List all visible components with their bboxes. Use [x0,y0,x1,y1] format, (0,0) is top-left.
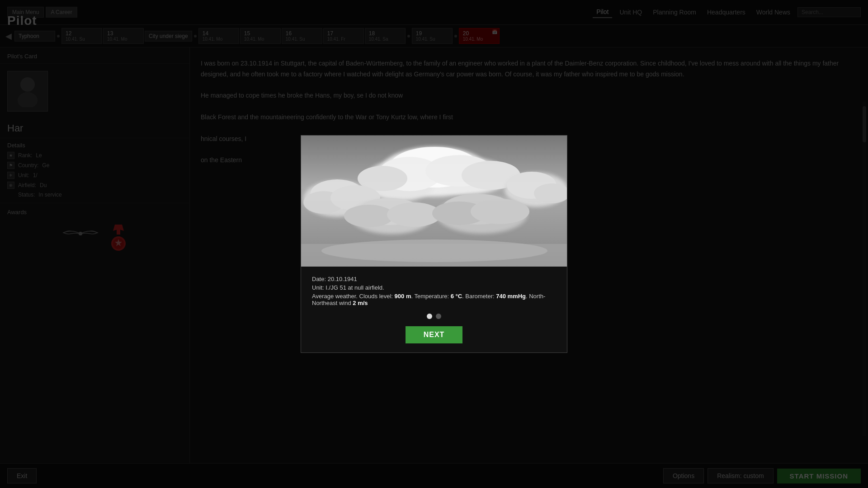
next-button[interactable]: NEXT [406,326,463,343]
date-value: 20.10.1941 [328,276,357,282]
date-label: Date: [312,276,326,282]
modal-pagination [312,314,556,319]
weather-modal: Date: 20.10.1941 Unit: I./JG 51 at null … [301,135,567,353]
temp-value: 6 °C [451,293,462,300]
wind-value: 2 m/s [353,300,368,306]
sky-svg [301,136,567,267]
unit-value: I./JG 51 at null airfield. [326,284,384,291]
clouds-value: 900 m [395,293,411,300]
baro-value: 740 mmHg [496,293,526,300]
unit-label: Unit: [312,284,324,291]
modal-unit: Unit: I./JG 51 at null airfield. [312,284,556,291]
weather-baro-prefix: . Barometer: [462,293,496,300]
weather-temp-prefix: . Temperature: [411,293,450,300]
svg-point-31 [471,199,529,224]
modal-sky-image [301,136,567,267]
pagination-dot-2[interactable] [436,314,441,319]
weather-prefix: Average weather. Clouds level: [312,293,395,300]
pagination-dot-1[interactable] [427,314,432,319]
modal-info: Date: 20.10.1941 Unit: I./JG 51 at null … [301,267,567,352]
modal-overlay: Date: 20.10.1941 Unit: I./JG 51 at null … [0,0,868,488]
modal-weather: Average weather. Clouds level: 900 m. Te… [312,293,556,306]
modal-date: Date: 20.10.1941 [312,276,556,282]
svg-point-33 [321,239,547,262]
svg-point-26 [344,205,394,227]
